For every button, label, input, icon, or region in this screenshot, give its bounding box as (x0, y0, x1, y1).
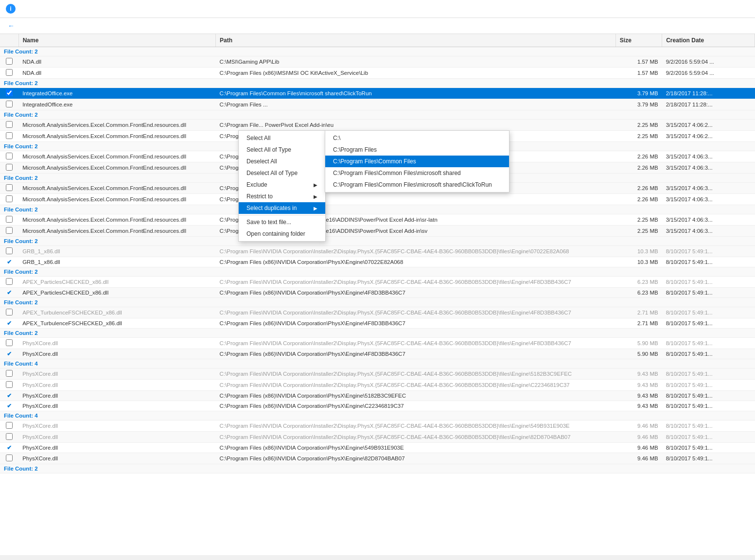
row-name: PhysXCore.dll (18, 391, 215, 401)
row-checkbox-cell[interactable] (0, 120, 18, 131)
back-button[interactable]: ← (6, 21, 18, 31)
row-checkbox[interactable] (6, 216, 13, 223)
table-row[interactable]: Microsoft.AnalysisServices.Excel.Common.… (0, 226, 755, 237)
row-checkbox-cell[interactable] (0, 307, 18, 318)
table-row[interactable]: Microsoft.AnalysisServices.Excel.Common.… (0, 214, 755, 226)
row-checkbox-cell[interactable] (0, 131, 18, 142)
table-row[interactable]: NDA.dllC:\MSI\Gaming APP\Lib1.57 MB9/2/2… (0, 56, 755, 68)
table-row[interactable]: ✔PhysXCore.dllC:\Program Files (x86)\NVI… (0, 443, 755, 453)
row-checkbox-cell[interactable] (0, 246, 18, 257)
row-checkbox-cell[interactable] (0, 226, 18, 237)
row-checkbox[interactable] (6, 278, 13, 285)
col-header-size[interactable]: Size (615, 34, 662, 47)
context-menu-item[interactable]: Select All of Type (239, 144, 325, 156)
row-checkbox-cell[interactable] (0, 183, 18, 194)
row-path: C:\Program Files (x86)\NVIDIA Corporatio… (216, 401, 616, 411)
row-checkbox-cell[interactable] (0, 338, 18, 349)
row-checkbox-cell[interactable]: ✔ (0, 257, 18, 267)
row-checkbox[interactable] (6, 339, 13, 346)
submenu-item[interactable]: C:\Program Files\Common Files (325, 156, 509, 167)
row-checkbox[interactable] (6, 247, 13, 254)
context-menu-item[interactable]: Deselect All (239, 156, 325, 167)
row-checkbox-cell[interactable]: ✔ (0, 443, 18, 453)
context-menu[interactable]: Select AllSelect All of TypeDeselect All… (238, 130, 326, 242)
context-menu-item[interactable]: Open containing folder (239, 228, 325, 240)
table-row[interactable]: ✔APEX_ParticlesCHECKED_x86.dllC:\Program… (0, 288, 755, 298)
row-size: 5.90 MB (615, 338, 662, 349)
row-checkbox-cell[interactable]: ✔ (0, 349, 18, 359)
table-row[interactable]: GRB_1_x86.dllC:\Program Files\NVIDIA Cor… (0, 246, 755, 257)
table-row[interactable]: PhysXCore.dllC:\Program Files\NVIDIA Cor… (0, 380, 755, 391)
submenu-item[interactable]: C:\Program Files (325, 144, 509, 156)
context-menu-item[interactable]: Deselect All of Type (239, 167, 325, 179)
submenu[interactable]: C:\C:\Program FilesC:\Program Files\Comm… (325, 130, 509, 192)
row-checkbox[interactable] (6, 132, 13, 139)
row-checkbox-cell[interactable] (0, 194, 18, 205)
table-row[interactable]: APEX_ParticlesCHECKED_x86.dllC:\Program … (0, 277, 755, 288)
row-checkbox[interactable] (6, 433, 13, 440)
row-checkbox[interactable] (6, 101, 13, 107)
row-checkbox[interactable] (6, 164, 13, 171)
row-checkbox[interactable] (6, 184, 13, 191)
row-checkbox-cell[interactable] (0, 214, 18, 226)
row-checkbox-cell[interactable] (0, 420, 18, 432)
submenu-item[interactable]: C:\ (325, 132, 509, 144)
row-checkbox[interactable] (6, 370, 13, 377)
submenu-item[interactable]: C:\Program Files\Common Files\microsoft … (325, 167, 509, 179)
row-checkbox-cell[interactable] (0, 453, 18, 464)
context-menu-item[interactable]: Save to text file... (239, 216, 325, 228)
row-checkbox[interactable] (6, 309, 13, 315)
row-checkbox-cell[interactable]: ✔ (0, 288, 18, 298)
row-checkbox-cell[interactable] (0, 380, 18, 391)
row-checkbox-cell[interactable]: ✔ (0, 391, 18, 401)
table-row[interactable]: PhysXCore.dllC:\Program Files\NVIDIA Cor… (0, 368, 755, 380)
table-row[interactable]: PhysXCore.dllC:\Program Files\NVIDIA Cor… (0, 420, 755, 432)
row-checkbox-cell[interactable] (0, 277, 18, 288)
col-header-path[interactable]: Path (216, 34, 616, 47)
table-row[interactable]: APEX_TurbulenceFSCHECKED_x86.dllC:\Progr… (0, 307, 755, 318)
row-checkbox-cell[interactable] (0, 68, 18, 79)
row-checkbox[interactable] (6, 69, 13, 76)
table-row[interactable]: PhysXCore.dllC:\Program Files\NVIDIA Cor… (0, 432, 755, 443)
table-row[interactable]: IntegratedOffice.exeC:\Program Files\Com… (0, 88, 755, 99)
row-checkbox-cell[interactable] (0, 368, 18, 380)
row-checkbox-cell[interactable] (0, 432, 18, 443)
row-checkbox[interactable] (6, 121, 13, 128)
row-checkbox-cell[interactable] (0, 99, 18, 110)
table-row[interactable]: ✔GRB_1_x86.dllC:\Program Files (x86)\NVI… (0, 257, 755, 267)
row-size: 3.79 MB (615, 99, 662, 110)
table-row[interactable]: IntegratedOffice.exeC:\Program Files ...… (0, 99, 755, 110)
row-checkbox[interactable] (6, 227, 13, 234)
row-checkbox-cell[interactable]: ✔ (0, 318, 18, 329)
table-row[interactable]: ✔APEX_TurbulenceFSCHECKED_x86.dllC:\Prog… (0, 318, 755, 329)
row-checkbox[interactable] (6, 381, 13, 388)
table-row[interactable]: Microsoft.AnalysisServices.Excel.Common.… (0, 120, 755, 131)
row-size: 1.57 MB (615, 68, 662, 79)
row-checkbox[interactable] (6, 422, 13, 429)
row-checkbox[interactable] (6, 153, 13, 159)
table-row[interactable]: NDA.dllC:\Program Files (x86)\MSI\MSI OC… (0, 68, 755, 79)
table-row[interactable]: PhysXCore.dllC:\Program Files\NVIDIA Cor… (0, 338, 755, 349)
context-menu-item[interactable]: Select All (239, 132, 325, 144)
row-checkbox-cell[interactable] (0, 88, 18, 99)
row-checkbox[interactable] (6, 455, 13, 461)
table-row[interactable]: ✔PhysXCore.dllC:\Program Files (x86)\NVI… (0, 391, 755, 401)
submenu-item[interactable]: C:\Program Files\Common Files\microsoft … (325, 179, 509, 191)
context-menu-item[interactable]: Select duplicates in▶ (239, 202, 325, 214)
context-menu-item[interactable]: Exclude▶ (239, 179, 325, 191)
row-checkbox-cell[interactable] (0, 151, 18, 162)
row-checkbox-cell[interactable] (0, 162, 18, 174)
row-name: NDA.dll (18, 56, 215, 68)
col-header-name[interactable]: Name (18, 34, 215, 47)
table-row[interactable]: PhysXCore.dllC:\Program Files (x86)\NVID… (0, 453, 755, 464)
table-row[interactable]: ✔PhysXCore.dllC:\Program Files (x86)\NVI… (0, 349, 755, 359)
col-header-creation-date[interactable]: Creation Date (662, 34, 755, 47)
row-checkbox[interactable] (6, 89, 13, 96)
row-checkbox-cell[interactable] (0, 56, 18, 68)
table-row[interactable]: Microsoft.AnalysisServices.Excel.Common.… (0, 194, 755, 205)
table-row[interactable]: ✔PhysXCore.dllC:\Program Files (x86)\NVI… (0, 401, 755, 411)
row-checkbox[interactable] (6, 195, 13, 202)
row-checkbox[interactable] (6, 58, 13, 65)
context-menu-item[interactable]: Restrict to▶ (239, 191, 325, 202)
row-checkbox-cell[interactable]: ✔ (0, 401, 18, 411)
